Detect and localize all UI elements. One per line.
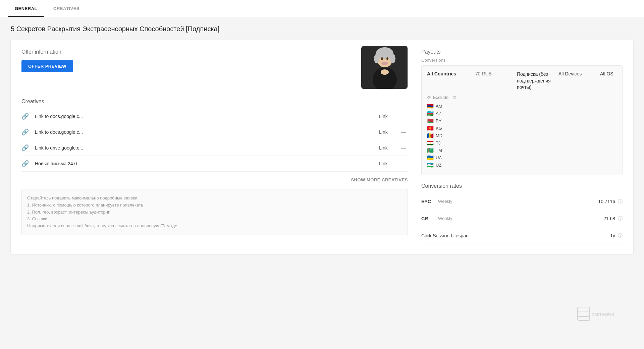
right-column: Payouts Conversions All Countries 70 RUB… — [421, 49, 623, 244]
offer-info-title: Offer information — [21, 49, 73, 55]
flag-md: 🇲🇩 — [427, 132, 434, 139]
code-tj: TJ — [436, 140, 440, 146]
creative-name-1: Link to docs.google.c... — [35, 114, 374, 119]
creative-dash-3: — — [401, 145, 408, 151]
creative-row: 🔗 Link to docs.google.c... Link — — [21, 109, 408, 124]
conversions-label: Conversions — [421, 58, 623, 63]
conversion-rates-title: Conversion rates — [421, 183, 623, 189]
flag-kg: 🇰🇬 — [427, 125, 434, 131]
link-icon-2: 🔗 — [21, 128, 30, 136]
svg-point-10 — [381, 69, 389, 75]
country-tm: 🇹🇲 TM — [427, 147, 617, 154]
code-by: BY — [436, 118, 441, 123]
svg-point-4 — [374, 54, 379, 63]
code-kg: KG — [436, 126, 442, 131]
payout-os: All OS — [600, 71, 634, 91]
offer-info-left: Offer information OFFER PREVIEW — [21, 49, 73, 89]
flag-by: 🇧🇾 — [427, 118, 434, 124]
creatives-title: Creatives — [21, 99, 408, 105]
cr-value: 21.68 — [603, 216, 615, 221]
cr-label: CR — [421, 216, 438, 221]
offer-info-top: Offer information OFFER PREVIEW — [21, 49, 408, 89]
code-az: AZ — [436, 111, 441, 116]
exclude-row: ⊘ Exclude ⧉ — [427, 95, 617, 100]
tabs-bar: GENERAL CREATIVES — [0, 0, 644, 17]
code-am: AM — [436, 104, 442, 109]
country-az: 🇦🇿 AZ — [427, 110, 617, 117]
payout-conversion: Подписка (без подтверждения почты) — [517, 71, 550, 91]
svg-point-5 — [390, 54, 395, 63]
copy-icon[interactable]: ⧉ — [453, 95, 456, 100]
svg-point-9 — [381, 62, 388, 65]
session-info-icon[interactable]: ⓘ — [618, 233, 623, 239]
show-more-creatives-button[interactable]: SHOW MORE CREATIVES — [351, 177, 408, 182]
tab-general[interactable]: GENERAL — [8, 0, 44, 17]
country-md: 🇲🇩 MD — [427, 132, 617, 139]
creative-type-1: Link — [379, 114, 396, 119]
flag-uz: 🇺🇿 — [427, 162, 434, 168]
offer-image — [361, 46, 408, 89]
rate-epc: EPC Weekly 10.7116 ⓘ — [421, 193, 623, 210]
creative-name-2: Link to docs.google.c... — [35, 129, 374, 135]
notes-section: Старайтесь подавать максимально подробны… — [21, 189, 408, 235]
exclude-label: Exclude — [433, 95, 448, 100]
link-icon-4: 🔗 — [21, 160, 30, 167]
creative-dash-1: — — [401, 114, 408, 119]
creative-type-4: Link — [379, 161, 396, 166]
tab-creatives[interactable]: CREATIVES — [47, 0, 86, 17]
country-by: 🇧🇾 BY — [427, 118, 617, 124]
country-tj: 🇹🇯 TJ — [427, 140, 617, 146]
session-label: Click Session Lifespan — [421, 233, 482, 238]
country-am: 🇦🇲 AM — [427, 103, 617, 109]
cr-period: Weekly — [438, 216, 603, 221]
creatives-list: 🔗 Link to docs.google.c... Link — 🔗 Link… — [21, 109, 408, 172]
country-kg: 🇰🇬 KG — [427, 125, 617, 131]
creative-row: 🔗 Link to docs.google.c... Link — — [21, 124, 408, 140]
creative-dash-2: — — [401, 129, 408, 135]
countries-list: 🇦🇲 AM 🇦🇿 AZ 🇧🇾 BY 🇰🇬 KG — [427, 103, 617, 168]
exclude-icon: ⊘ — [427, 95, 431, 100]
creative-dash-4: — — [401, 161, 408, 166]
creative-row: 🔗 Новые письма 24.0... Link — — [21, 156, 408, 172]
notes-text: Старайтесь подавать максимально подробны… — [27, 195, 177, 228]
svg-point-7 — [381, 57, 383, 60]
creative-row: 🔗 Link to drive.google.c... Link — — [21, 140, 408, 156]
show-more-container: SHOW MORE CREATIVES — [21, 177, 408, 182]
conversion-rates-list: EPC Weekly 10.7116 ⓘ CR Weekly 21.68 ⓘ C… — [421, 193, 623, 244]
creative-name-3: Link to drive.google.c... — [35, 145, 374, 151]
offer-preview-button[interactable]: OFFER PREVIEW — [21, 60, 73, 72]
flag-ua: 🇺🇦 — [427, 155, 434, 161]
payouts-title: Payouts — [421, 49, 623, 55]
session-value: 1y — [610, 233, 615, 238]
left-column: Offer information OFFER PREVIEW — [21, 49, 408, 244]
link-icon-1: 🔗 — [21, 113, 30, 120]
creatives-section: Creatives 🔗 Link to docs.google.c... Lin… — [21, 99, 408, 182]
code-tm: TM — [436, 148, 442, 153]
link-icon-3: 🔗 — [21, 144, 30, 152]
code-ua: UA — [436, 155, 442, 160]
rate-session: Click Session Lifespan 1y ⓘ — [421, 227, 623, 244]
offer-title: 5 Секретов Раскрытия Экстрасенсорных Спо… — [11, 25, 633, 33]
creative-name-4: Новые письма 24.0... — [35, 161, 374, 166]
payout-header: All Countries 70 RUB Подписка (без подтв… — [427, 71, 617, 91]
country-uz: 🇺🇿 UZ — [427, 162, 617, 168]
all-countries-label: All Countries — [427, 71, 467, 76]
cr-info-icon[interactable]: ⓘ — [618, 216, 623, 222]
svg-point-8 — [386, 57, 388, 60]
flag-tj: 🇹🇯 — [427, 140, 434, 146]
page-content: 5 Секретов Раскрытия Экстрасенсорных Спо… — [0, 17, 644, 348]
rate-cr: CR Weekly 21.68 ⓘ — [421, 210, 623, 227]
creative-type-3: Link — [379, 145, 396, 151]
code-md: MD — [436, 133, 442, 138]
payout-table: All Countries 70 RUB Подписка (без подтв… — [421, 65, 623, 175]
epc-info-icon[interactable]: ⓘ — [618, 198, 623, 205]
epc-value: 10.7116 — [598, 199, 615, 204]
payout-devices: All Devices — [558, 71, 592, 91]
flag-tm: 🇹🇲 — [427, 147, 434, 154]
flag-am: 🇦🇲 — [427, 103, 434, 109]
creative-type-2: Link — [379, 129, 396, 135]
country-ua: 🇺🇦 UA — [427, 155, 617, 161]
payout-countries-header: All Countries — [427, 71, 467, 91]
epc-label: EPC — [421, 199, 438, 204]
code-uz: UZ — [436, 163, 441, 168]
